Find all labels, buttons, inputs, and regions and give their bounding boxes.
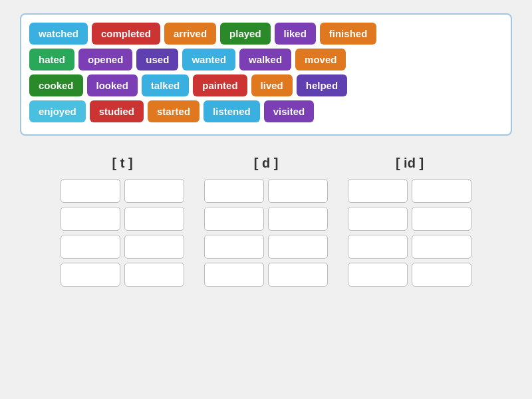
sort-slot[interactable] <box>412 263 471 287</box>
word-tag-listened[interactable]: listened <box>203 100 260 122</box>
word-tag-opened[interactable]: opened <box>78 49 132 70</box>
word-tag-played[interactable]: played <box>220 23 271 45</box>
word-tag-looked[interactable]: looked <box>87 74 138 96</box>
word-tag-completed[interactable]: completed <box>92 23 160 45</box>
sort-slot[interactable] <box>204 235 264 259</box>
word-tag-studied[interactable]: studied <box>90 100 144 122</box>
sort-slots <box>61 179 184 287</box>
word-tag-painted[interactable]: painted <box>193 74 247 96</box>
word-tag-cooked[interactable]: cooked <box>29 74 83 96</box>
sort-slots <box>204 179 328 287</box>
word-tag-enjoyed[interactable]: enjoyed <box>29 100 86 122</box>
word-tag-lived[interactable]: lived <box>251 74 293 96</box>
sort-slot[interactable] <box>204 263 264 287</box>
sort-slot[interactable] <box>124 235 184 259</box>
sort-slots <box>348 179 471 287</box>
word-tag-finished[interactable]: finished <box>320 23 377 45</box>
sort-slot[interactable] <box>348 179 408 203</box>
sort-slot[interactable] <box>61 207 120 231</box>
sort-group-label: [ t ] <box>112 156 132 171</box>
sort-slot[interactable] <box>61 263 120 287</box>
word-tag-arrived[interactable]: arrived <box>164 23 216 45</box>
sort-slot[interactable] <box>348 263 408 287</box>
sort-slot[interactable] <box>268 235 328 259</box>
word-tag-watched[interactable]: watched <box>29 23 88 45</box>
sort-slot[interactable] <box>412 179 471 203</box>
word-bank: watchedcompletedarrivedplayedlikedfinish… <box>20 13 512 136</box>
sort-section: [ t ][ d ][ id ] <box>20 156 512 287</box>
word-tag-helped[interactable]: helped <box>297 74 347 96</box>
sort-group-label: [ d ] <box>254 156 279 171</box>
word-tag-liked[interactable]: liked <box>275 23 316 45</box>
sort-slot[interactable] <box>124 263 184 287</box>
word-tag-wanted[interactable]: wanted <box>182 49 235 70</box>
sort-group-label: [ id ] <box>396 156 424 171</box>
sort-slot[interactable] <box>61 179 120 203</box>
word-tag-walked[interactable]: walked <box>239 49 291 70</box>
sort-slot[interactable] <box>124 207 184 231</box>
word-bank-row: watchedcompletedarrivedplayedlikedfinish… <box>29 23 503 45</box>
word-tag-hated[interactable]: hated <box>29 49 74 70</box>
sort-slot[interactable] <box>268 207 328 231</box>
word-tag-moved[interactable]: moved <box>295 49 346 70</box>
sort-slot[interactable] <box>204 179 264 203</box>
sort-group: [ d ] <box>204 156 328 287</box>
word-bank-row: cookedlookedtalkedpaintedlivedhelped <box>29 74 503 96</box>
sort-group: [ id ] <box>348 156 471 287</box>
sort-slot[interactable] <box>348 235 408 259</box>
word-bank-row: enjoyedstudiedstartedlistenedvisited <box>29 100 503 122</box>
sort-slot[interactable] <box>412 207 471 231</box>
word-bank-row: hatedopenedusedwantedwalkedmoved <box>29 49 503 70</box>
word-tag-talked[interactable]: talked <box>142 74 189 96</box>
sort-slot[interactable] <box>268 263 328 287</box>
sort-slot[interactable] <box>204 207 264 231</box>
word-tag-visited[interactable]: visited <box>264 100 315 122</box>
sort-slot[interactable] <box>268 179 328 203</box>
word-tag-used[interactable]: used <box>136 49 178 70</box>
sort-slot[interactable] <box>124 179 184 203</box>
sort-slot[interactable] <box>348 207 408 231</box>
sort-slot[interactable] <box>412 235 471 259</box>
word-tag-started[interactable]: started <box>148 100 200 122</box>
sort-group: [ t ] <box>61 156 184 287</box>
sort-slot[interactable] <box>61 235 120 259</box>
